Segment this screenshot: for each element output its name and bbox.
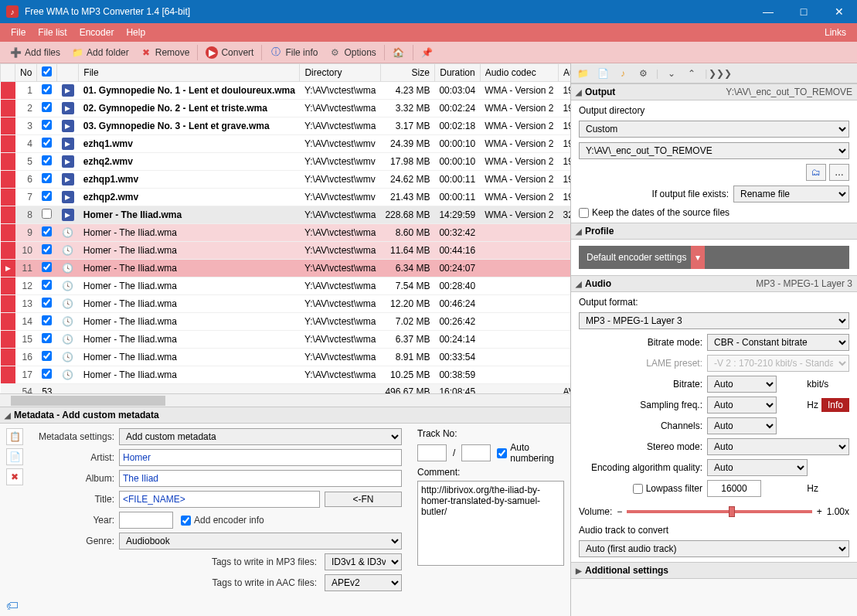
table-row[interactable]: 16🕓Homer - The Iliad.wmaY:\AV\vctest\wma… [1,349,571,366]
metadata-settings-select[interactable]: Add custom metadata [119,428,402,445]
row-checkbox[interactable] [42,244,52,254]
table-row[interactable]: 6▶ezhqp1.wmvY:\AV\vctest\wmv24.62 MB00:0… [1,171,571,189]
maximize-button[interactable]: □ [786,0,821,23]
encoder-info-checkbox[interactable]: Add encoder info [181,515,264,526]
exists-select[interactable]: Rename file [733,185,849,202]
profile-header[interactable]: ◢Profile [571,223,857,240]
genre-select[interactable]: Audiobook [119,533,402,550]
row-checkbox[interactable] [42,369,52,379]
chevron-up-icon[interactable]: ⌃ [685,66,699,80]
profile-select[interactable]: Default encoder settings ▾ [579,246,849,269]
audio-track-select[interactable]: Auto (first audio track) [579,540,849,557]
col-duration[interactable]: Duration [434,64,480,82]
file-grid[interactable]: No File Directory Size Duration Audio co… [0,63,570,393]
row-checkbox[interactable] [42,298,52,308]
table-row[interactable]: ▶11🕓Homer - The Iliad.wmaY:\AV\vctest\wm… [1,260,571,277]
table-row[interactable]: 17🕓Homer - The Iliad.wmaY:\AV\vctest\wma… [1,366,571,384]
bitrate-mode-select[interactable]: CBR - Constant bitrate [707,334,849,351]
row-checkbox[interactable] [42,102,52,112]
add-files-button[interactable]: ➕Add files [5,45,65,60]
table-row[interactable]: 1▶01. Gymnopedie No. 1 - Lent et doulour… [1,82,571,100]
title-input[interactable] [119,491,320,508]
row-checkbox[interactable] [42,173,52,183]
paste-meta-button[interactable]: 📄 [6,448,23,465]
row-checkbox[interactable] [42,333,52,343]
table-row[interactable]: 15🕓Homer - The Iliad.wmaY:\AV\vctest\wma… [1,331,571,349]
copy-meta-button[interactable]: 📋 [6,428,23,445]
options-button[interactable]: ⚙Options [324,45,380,60]
lowpass-input[interactable] [707,480,761,497]
metadata-header[interactable]: ◢ Metadata - Add custom metadata [0,407,570,424]
check-all[interactable] [42,66,52,77]
table-row[interactable]: 8▶Homer - The Iliad.wmaY:\AV\vctest\wma2… [1,206,571,224]
format-select[interactable]: MP3 - MPEG-1 Layer 3 [579,312,849,329]
chevron-down-icon[interactable]: ⌄ [665,66,678,80]
stereo-select[interactable]: Auto [707,438,849,455]
artist-input[interactable] [119,449,402,466]
menu-links[interactable]: Links [818,23,852,42]
fn-button[interactable]: <-FN [325,492,402,507]
row-checkbox[interactable] [42,351,52,361]
col-file[interactable]: File [79,64,300,82]
table-row[interactable]: 2▶02. Gymnopedie No. 2 - Lent et triste.… [1,100,571,117]
row-checkbox[interactable] [42,262,52,272]
sample-select[interactable]: Auto [707,396,777,414]
menu-file[interactable]: File [5,23,32,42]
table-row[interactable]: 9🕓Homer - The Iliad.wmaY:\AV\vctest\wma8… [1,224,571,242]
col-no[interactable]: No [15,64,37,82]
remove-button[interactable]: ✖Remove [135,45,195,60]
table-row[interactable]: 7▶ezhqp2.wmvY:\AV\vctest\wmv21.43 MB00:0… [1,189,571,206]
menu-filelist[interactable]: File list [32,23,73,42]
close-button[interactable]: ✕ [821,0,857,23]
more-icon[interactable]: ❯❯❯ [713,66,727,80]
output-mode-select[interactable]: Custom [579,121,849,138]
col-audi[interactable]: Audi.. [559,64,570,82]
file-info-button[interactable]: ⓘFile info [265,45,322,60]
table-row[interactable]: 4▶ezhq1.wmvY:\AV\vctest\wmv24.39 MB00:00… [1,135,571,153]
mp3tags-select[interactable]: ID3v1 & ID3v2 [325,553,402,570]
additional-header[interactable]: ▶Additional settings [571,562,857,579]
output-path-select[interactable]: Y:\AV\_enc_out_TO_REMOVE [579,142,849,159]
table-row[interactable]: 3▶03. Gymnopedie No. 3 - Lent et grave.w… [1,117,571,135]
browse-button[interactable]: … [829,164,849,181]
output-header[interactable]: ◢Output Y:\AV\_enc_out_TO_REMOVE [571,83,857,100]
info-badge[interactable]: Info [821,398,849,412]
aactags-select[interactable]: APEv2 [325,574,402,591]
channels-select[interactable]: Auto [707,417,777,434]
volume-minus[interactable]: − [617,506,622,517]
lowpass-checkbox[interactable]: Lowpass filter [579,483,702,494]
row-checkbox[interactable] [42,120,52,130]
convert-button[interactable]: ▶Convert [201,45,258,60]
folder-icon[interactable]: 📁 [576,66,590,80]
menu-encoder[interactable]: Encoder [73,23,121,42]
table-row[interactable]: 5▶ezhq2.wmvY:\AV\vctest\wmv17.98 MB00:00… [1,153,571,171]
home-button[interactable]: 🏠 [388,45,410,60]
track-from-input[interactable] [417,444,447,461]
volume-plus[interactable]: + [817,506,822,517]
table-row[interactable]: 13🕓Homer - The Iliad.wmaY:\AV\vctest\wma… [1,295,571,313]
col-codec[interactable]: Audio codec [480,64,558,82]
menu-help[interactable]: Help [120,23,151,42]
profile-dropdown-icon[interactable]: ▾ [691,246,705,269]
col-size[interactable]: Size [380,64,434,82]
clear-meta-button[interactable]: ✖ [6,468,23,485]
row-checkbox[interactable] [42,191,52,201]
col-check[interactable] [37,64,57,82]
row-checkbox[interactable] [42,280,52,290]
add-folder-button[interactable]: 📁Add folder [66,45,134,60]
volume-slider[interactable] [627,510,811,513]
browse-icon-button[interactable]: 🗂 [806,164,826,181]
table-row[interactable]: 12🕓Homer - The Iliad.wmaY:\AV\vctest\wma… [1,277,571,295]
album-input[interactable] [119,470,402,487]
bitrate-select[interactable]: Auto [707,376,777,393]
settings-icon[interactable]: ⚙ [636,66,650,80]
pin-button[interactable]: 📌 [417,45,438,60]
horizontal-scrollbar[interactable] [0,393,570,407]
music-icon[interactable]: ♪ [616,66,630,80]
minimize-button[interactable]: — [750,0,786,23]
year-input[interactable] [119,512,173,529]
track-to-input[interactable] [461,444,491,461]
audio-header[interactable]: ◢AudioMP3 - MPEG-1 Layer 3 [571,275,857,292]
row-checkbox[interactable] [42,209,52,219]
row-checkbox[interactable] [42,226,52,237]
